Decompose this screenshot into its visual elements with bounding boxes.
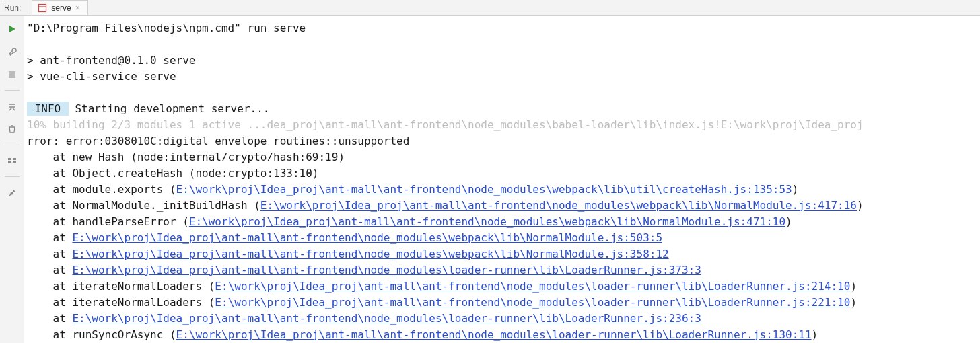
console-line: rror: error:0308010C:digital envelope ro… xyxy=(27,135,409,147)
stack-line: at E:\work\proj\Idea_proj\ant-mall\ant-f… xyxy=(27,230,977,246)
stack-prefix: at new Hash (node:internal/crypto/hash:6… xyxy=(27,151,345,163)
info-badge: INFO xyxy=(27,102,69,116)
svg-rect-2 xyxy=(9,71,15,78)
stack-line: at iterateNormalLoaders (E:\work\proj\Id… xyxy=(27,295,977,311)
stack-line: at E:\work\proj\Idea_proj\ant-mall\ant-f… xyxy=(27,246,977,262)
console-line: Starting development server... xyxy=(69,102,270,115)
stack-suffix: ) xyxy=(850,280,857,293)
stop-button[interactable] xyxy=(5,67,20,82)
stack-line: at NormalModule._initBuildHash (E:\work\… xyxy=(27,198,977,214)
console-line: 10% building 2/3 modules 1 active ...dea… xyxy=(27,118,864,131)
stack-prefix: at xyxy=(27,247,72,260)
stack-prefix: at xyxy=(27,312,72,325)
stack-prefix: at xyxy=(27,264,72,276)
file-link[interactable]: E:\work\proj\Idea_proj\ant-mall\ant-fron… xyxy=(72,231,662,244)
tab-label: serve xyxy=(51,3,71,13)
stack-suffix: ) xyxy=(812,328,818,341)
console-line: > vue-cli-service serve xyxy=(27,70,176,83)
stack-line: at E:\work\proj\Idea_proj\ant-mall\ant-f… xyxy=(27,311,977,327)
stack-line: at Object.createHash (node:crypto:133:10… xyxy=(27,165,977,182)
stack-suffix: ) xyxy=(792,183,799,196)
file-link[interactable]: E:\work\proj\Idea_proj\ant-mall\ant-fron… xyxy=(189,215,785,228)
stack-prefix: at NormalModule._initBuildHash ( xyxy=(27,199,260,212)
file-link[interactable]: E:\work\proj\Idea_proj\ant-mall\ant-fron… xyxy=(72,247,668,260)
stack-line: at E:\work\proj\Idea_proj\ant-mall\ant-f… xyxy=(27,262,977,278)
stack-line: at module.exports (E:\work\proj\Idea_pro… xyxy=(27,182,977,198)
file-link[interactable]: E:\work\proj\Idea_proj\ant-mall\ant-fron… xyxy=(176,328,812,341)
stack-suffix: ) xyxy=(857,199,864,212)
console-line: > ant-frontend@0.1.0 serve xyxy=(27,54,195,67)
stack-line: at handleParseError (E:\work\proj\Idea_p… xyxy=(27,214,977,230)
file-link[interactable]: E:\work\proj\Idea_proj\ant-mall\ant-fron… xyxy=(215,296,850,309)
run-config-icon xyxy=(38,3,47,13)
svg-rect-8 xyxy=(13,161,16,163)
stack-suffix: ) xyxy=(785,215,792,228)
stack-line: at new Hash (node:internal/crypto/hash:6… xyxy=(27,149,977,165)
stack-prefix: at Object.createHash (node:crypto:133:10… xyxy=(27,167,318,180)
svg-rect-7 xyxy=(8,161,11,163)
stack-line: at runSyncOrAsync (E:\work\proj\Idea_pro… xyxy=(27,327,977,343)
file-link[interactable]: E:\work\proj\Idea_proj\ant-mall\ant-fron… xyxy=(72,312,701,325)
run-label: Run: xyxy=(4,3,32,13)
layout-icon[interactable] xyxy=(5,153,20,168)
file-link[interactable]: E:\work\proj\Idea_proj\ant-mall\ant-fron… xyxy=(260,199,857,212)
stack-suffix: ) xyxy=(850,296,857,309)
console-output[interactable]: "D:\Program Files\nodejs\npm.cmd" run se… xyxy=(24,16,980,343)
svg-rect-5 xyxy=(8,158,11,160)
file-link[interactable]: E:\work\proj\Idea_proj\ant-mall\ant-fron… xyxy=(215,280,850,293)
run-tool-header: Run: serve × xyxy=(0,0,980,16)
stack-icon[interactable] xyxy=(5,99,20,114)
stack-prefix: at module.exports ( xyxy=(27,183,176,196)
stack-prefix: at runSyncOrAsync ( xyxy=(27,328,176,341)
file-link[interactable]: E:\work\proj\Idea_proj\ant-mall\ant-fron… xyxy=(72,264,701,276)
console-line: "D:\Program Files\nodejs\npm.cmd" run se… xyxy=(27,22,306,34)
run-config-tab[interactable]: serve × xyxy=(32,0,88,15)
stack-prefix: at iterateNormalLoaders ( xyxy=(27,280,215,293)
stack-trace: at new Hash (node:internal/crypto/hash:6… xyxy=(27,149,977,343)
main-area: "D:\Program Files\nodejs\npm.cmd" run se… xyxy=(0,16,980,343)
stack-line: at iterateNormalLoaders (E:\work\proj\Id… xyxy=(27,278,977,295)
toolbar-separator xyxy=(5,90,20,91)
run-toolbar xyxy=(0,16,24,343)
trash-icon[interactable] xyxy=(5,122,20,137)
close-icon[interactable]: × xyxy=(75,3,82,13)
svg-rect-0 xyxy=(39,5,46,12)
stack-prefix: at handleParseError ( xyxy=(27,215,189,228)
rerun-button[interactable] xyxy=(5,22,20,36)
svg-rect-6 xyxy=(13,158,16,160)
stack-prefix: at iterateNormalLoaders ( xyxy=(27,296,215,309)
pin-icon[interactable] xyxy=(5,185,20,200)
stack-prefix: at xyxy=(27,231,72,244)
file-link[interactable]: E:\work\proj\Idea_proj\ant-mall\ant-fron… xyxy=(176,183,792,196)
toolbar-separator xyxy=(5,176,20,177)
wrench-icon[interactable] xyxy=(5,44,20,59)
toolbar-separator xyxy=(5,145,20,145)
